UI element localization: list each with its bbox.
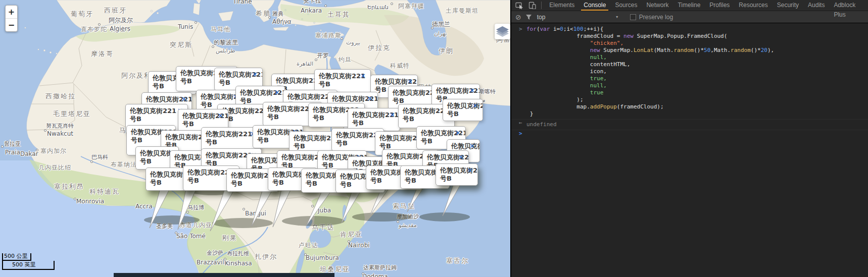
inspect-element-icon[interactable] [514, 2, 524, 10]
console-code-line: icon, [511, 68, 868, 75]
console-toolbar: ⊘ top ▼ Preserve log [511, 11, 868, 23]
scale-mi: 500 英里 [2, 261, 55, 270]
tab-console[interactable]: Console [579, 1, 610, 10]
console-code-line: map.addPopup(framedCloud); [511, 103, 868, 110]
popup-close-button[interactable]: ✕ [274, 89, 280, 96]
layers-icon [495, 24, 510, 39]
console-code-line: "chicken", [511, 40, 868, 47]
clear-console-icon[interactable]: ⊘ [515, 13, 521, 21]
context-label: top [537, 14, 546, 21]
popup-shadow [352, 212, 411, 221]
tab-adblock-plus[interactable]: Adblock Plus [829, 1, 868, 10]
console-code-line: null, [511, 82, 868, 89]
chevron-down-icon: ▼ [615, 15, 619, 19]
console-code-line: true [511, 89, 868, 96]
popup-close-button[interactable]: ✕ [467, 167, 473, 174]
console-code-line: ); [511, 96, 868, 103]
devtools-tab-bar: ElementsConsoleSourcesNetworkTimelinePro… [511, 0, 868, 11]
popup-shadow [212, 218, 273, 228]
popup-close-button[interactable]: ✕ [472, 102, 478, 109]
execution-context-selector[interactable]: top ▼ [537, 14, 619, 21]
tab-audits[interactable]: Audits [803, 1, 829, 10]
tab-sources[interactable]: Sources [610, 1, 642, 10]
popup-close-button[interactable]: ✕ [360, 73, 366, 79]
popup-close-button[interactable]: ✕ [458, 154, 464, 160]
popup-content: 伦敦贝克街221号B [206, 130, 254, 146]
devtools-panel: ElementsConsoleSourcesNetworkTimelinePro… [510, 0, 868, 277]
tab-network[interactable]: Network [642, 1, 673, 10]
console-output[interactable]: >for(var i=0;i<100;++i){ framedCloud = n… [511, 23, 868, 139]
console-code-line: framedCloud = new SuperMap.Popup.FramedC… [511, 33, 868, 40]
framedcloud-popup: 伦敦贝克街221号B✕ [443, 99, 483, 121]
popup-content: 伦敦贝克街221号B [130, 107, 178, 123]
console-marker-res: ← [519, 120, 522, 127]
toolbar-divider [541, 2, 542, 9]
zoom-out-button[interactable]: − [6, 19, 17, 31]
scale-line: 500 公里 500 英里 [2, 253, 55, 270]
scale-km: 500 公里 [2, 253, 31, 261]
console-marker-prompt: > [519, 130, 522, 137]
screenshot-stage: 葡萄牙西班牙直布罗陀（英占）摩洛哥阿尔及利亚突尼斯马耳他希腊土耳其塞浦路斯伊拉克… [0, 0, 868, 277]
console-code-line: } [511, 110, 868, 118]
console-marker-cmd: > [519, 26, 522, 33]
zoom-in-button[interactable]: + [6, 6, 17, 19]
popup-close-button[interactable]: ✕ [469, 143, 475, 149]
popup-shadow [419, 212, 470, 221]
popup-cluster: 伦敦贝克街221号B✕伦敦贝克街221号B✕伦敦贝克街221号B✕伦敦贝克街22… [0, 0, 510, 277]
console-result: ←undefined [511, 119, 868, 128]
popup-close-button[interactable]: ✕ [181, 96, 187, 102]
preserve-log-label: Preserve log [639, 14, 673, 21]
tab-profiles[interactable]: Profiles [705, 1, 734, 10]
console-code-line: true, [511, 75, 868, 82]
popup-close-button[interactable]: ✕ [469, 87, 475, 94]
framedcloud-popup: 伦敦贝克街221号B✕ [436, 163, 478, 186]
popup-close-button[interactable]: ✕ [252, 71, 258, 78]
console-code-line: contentHTML, [511, 61, 868, 68]
popup-close-button[interactable]: ✕ [367, 95, 373, 102]
popup-close-button[interactable]: ✕ [455, 130, 461, 136]
preserve-log-checkbox[interactable] [630, 14, 636, 20]
popup-shadow [282, 216, 345, 226]
tab-resources[interactable]: Resources [734, 1, 772, 10]
zoom-control: + − [5, 5, 18, 32]
filter-icon[interactable] [525, 14, 532, 20]
unloaded-tile-band [114, 273, 334, 277]
popup-close-button[interactable]: ✕ [407, 78, 413, 85]
popup-close-button[interactable]: ✕ [218, 113, 223, 119]
console-code-line: null, [511, 54, 868, 61]
tab-timeline[interactable]: Timeline [673, 1, 705, 10]
tab-security[interactable]: Security [773, 1, 803, 10]
console-code-line: new SuperMap.LonLat(Math.random()*50,Mat… [511, 47, 868, 54]
console-prompt[interactable]: > [511, 130, 868, 139]
device-toolbar-icon[interactable] [527, 2, 538, 10]
console-code-line: >for(var i=0;i<100;++i){ [511, 26, 868, 33]
tab-elements[interactable]: Elements [545, 1, 579, 10]
layer-switcher-button[interactable] [495, 24, 510, 39]
map[interactable]: 葡萄牙西班牙直布罗陀（英占）摩洛哥阿尔及利亚突尼斯马耳他希腊土耳其塞浦路斯伊拉克… [0, 0, 510, 277]
popup-close-button[interactable]: ✕ [390, 112, 395, 118]
